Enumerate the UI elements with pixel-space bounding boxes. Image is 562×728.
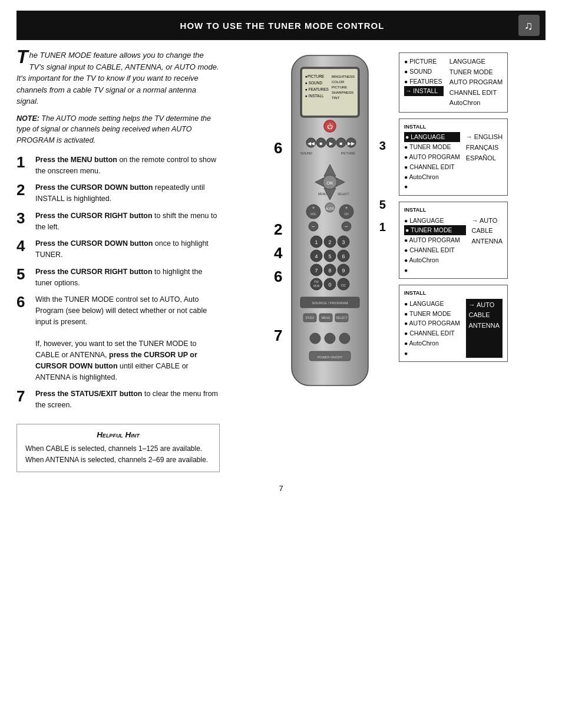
- menu-box-3-right: → AUTO CABLE ANTENNA: [466, 216, 503, 275]
- step-content-3: Press the CURSOR RIGHT button to shift t…: [35, 210, 220, 233]
- menu-box-1: ● PICTURE ● SOUND ● FEATURES → INSTALL L…: [399, 52, 508, 113]
- mb2-autochron: ● AutoChron: [404, 172, 460, 182]
- mb3-right-cable: CABLE: [472, 226, 503, 236]
- svg-text:■: ■: [319, 141, 322, 146]
- menu-item-picture: ● PICTURE: [404, 57, 444, 67]
- menu-item-sound: ● SOUND: [404, 67, 444, 77]
- mb4-auto: ● AUTO PROGRAM: [404, 318, 466, 328]
- svg-text:AUTO: AUTO: [325, 207, 335, 210]
- svg-text:VCR: VCR: [313, 284, 320, 288]
- menu-box-1-left: ● PICTURE ● SOUND ● FEATURES → INSTALL: [404, 57, 444, 108]
- step-number-4: 4: [16, 238, 29, 253]
- mb3-right-antenna: ANTENNA: [472, 236, 503, 247]
- right-autochron: AutoChron: [449, 98, 503, 108]
- menu-box-4-left: ● LANGUAGE ● TUNER MODE ● AUTO PROGRAM ●…: [404, 299, 466, 358]
- mb3-language: ● LANGUAGE: [404, 216, 466, 226]
- mb3-right-auto: → AUTO: [472, 216, 503, 226]
- step-content-5: Press the CURSOR RIGHT button to highlig…: [35, 266, 220, 289]
- mb4-tuner: ● TUNER MODE: [404, 309, 466, 319]
- svg-text:2: 2: [328, 239, 331, 245]
- svg-text:● FEATURES: ● FEATURES: [305, 87, 329, 91]
- step-2: 2 Press the CURSOR DOWN button repeatedl…: [16, 182, 220, 205]
- remote-label-2: 2: [274, 220, 282, 239]
- step-1: 1 Press the MENU button on the remote co…: [16, 154, 220, 177]
- note-text: NOTE: The AUTO mode setting helps the TV…: [16, 113, 220, 146]
- svg-text:● SOUND: ● SOUND: [305, 81, 323, 85]
- svg-text:● INSTALL: ● INSTALL: [305, 94, 324, 98]
- menu-box-4: INSTALL ● LANGUAGE ● TUNER MODE ● AUTO P…: [399, 285, 508, 362]
- hint-line-2: When ANTENNA is selected, channels 2–69 …: [25, 454, 211, 466]
- remote-label-4: 4: [274, 244, 282, 262]
- menu-box-2: INSTALL ● LANGUAGE ● TUNER MODE ● AUTO P…: [399, 118, 508, 196]
- svg-text:OK: OK: [326, 180, 333, 186]
- menu-box-2-left: ● LANGUAGE ● TUNER MODE ● AUTO PROGRAM ●…: [404, 132, 460, 192]
- mb3-channel: ● CHANNEL EDIT: [404, 245, 466, 255]
- svg-text:5: 5: [328, 253, 331, 259]
- svg-text:MENU: MENU: [322, 316, 330, 319]
- remote-label-7: 7: [274, 327, 282, 345]
- menu-box-4-right: → AUTO CABLE ANTENNA: [466, 299, 503, 358]
- mb4-right-cable: CABLE: [469, 310, 500, 321]
- step-content-6: With the TUNER MODE control set to AUTO,…: [35, 294, 220, 383]
- right-column: 6 3 5 2 4 6 7 1: [230, 50, 546, 472]
- right-language: LANGUAGE: [449, 57, 503, 67]
- svg-text:TV/: TV/: [314, 280, 319, 284]
- menu-item-features: ● FEATURES: [404, 77, 444, 87]
- mb2-language: ● LANGUAGE: [404, 132, 460, 142]
- intro-text: T he TUNER MODE feature allows you to ch…: [16, 50, 220, 107]
- header-bar: How to Use the Tuner Mode Control ♫: [16, 11, 546, 40]
- step-4: 4 Press the CURSOR DOWN button once to h…: [16, 238, 220, 261]
- drop-cap: T: [16, 50, 28, 65]
- svg-text:■: ■: [339, 141, 342, 146]
- mb3-auto: ● AUTO PROGRAM: [404, 235, 466, 245]
- svg-text:7: 7: [315, 268, 318, 274]
- remote-label-5: 5: [379, 198, 386, 212]
- svg-point-80: [325, 333, 335, 344]
- step-content-2: Press the CURSOR DOWN button repeatedly …: [35, 182, 220, 205]
- step-3: 3 Press the CURSOR RIGHT button to shift…: [16, 210, 220, 233]
- remote-label-1: 1: [379, 220, 386, 234]
- svg-text:POWER ON/OFF: POWER ON/OFF: [317, 355, 343, 359]
- svg-text:SHARPNESS: SHARPNESS: [332, 91, 353, 94]
- remote-label-3: 3: [379, 139, 386, 153]
- svg-text:+: +: [312, 205, 315, 210]
- mb2-channel: ● CHANNEL EDIT: [404, 162, 460, 172]
- mb2-bullet: ●: [404, 182, 460, 192]
- svg-text:CH: CH: [344, 212, 349, 216]
- svg-text:SOURCE / PROGRAM: SOURCE / PROGRAM: [312, 301, 348, 305]
- svg-text:PICTURE: PICTURE: [341, 151, 355, 155]
- svg-text:3: 3: [342, 239, 345, 245]
- svg-point-81: [339, 333, 350, 344]
- menu-boxes-stack: ● PICTURE ● SOUND ● FEATURES → INSTALL L…: [399, 52, 508, 362]
- svg-text:SELECT: SELECT: [338, 192, 349, 196]
- step-number-1: 1: [16, 154, 29, 170]
- step-number-3: 3: [16, 210, 29, 226]
- header-icon: ♫: [518, 15, 540, 36]
- svg-text:+: +: [345, 205, 348, 210]
- svg-text:▶: ▶: [329, 141, 333, 146]
- svg-text:PICTURE: PICTURE: [332, 85, 347, 89]
- right-channel: CHANNEL EDIT: [449, 88, 503, 98]
- svg-text:1: 1: [315, 239, 318, 245]
- svg-text:TINT: TINT: [332, 96, 340, 100]
- step-content-7: Press the STATUS/EXIT button to clear th…: [35, 388, 220, 411]
- svg-text:●PICTURE: ●PICTURE: [305, 74, 325, 78]
- svg-text:CC: CC: [341, 284, 346, 287]
- svg-text:4: 4: [315, 253, 318, 259]
- step-7: 7 Press the STATUS/EXIT button to clear …: [16, 388, 220, 411]
- step-number-7: 7: [16, 388, 29, 404]
- page-number: 7: [16, 484, 546, 493]
- svg-text:VOL: VOL: [310, 212, 316, 216]
- svg-text:SOUND: SOUND: [300, 151, 312, 155]
- main-content: T he TUNER MODE feature allows you to ch…: [16, 50, 546, 472]
- left-column: T he TUNER MODE feature allows you to ch…: [16, 50, 220, 472]
- right-tuner: TUNER MODE: [449, 67, 503, 78]
- svg-text:9: 9: [342, 268, 345, 274]
- svg-point-79: [310, 333, 320, 344]
- mb4-autochron: ● AutoChron: [404, 338, 466, 348]
- step-6: 6 With the TUNER MODE control set to AUT…: [16, 294, 220, 383]
- svg-text:COLOR: COLOR: [332, 80, 345, 84]
- right-auto: AUTO PROGRAM: [449, 77, 503, 88]
- svg-text:MENU: MENU: [318, 192, 327, 196]
- menu-box-3-left: ● LANGUAGE ● TUNER MODE ● AUTO PROGRAM ●…: [404, 216, 466, 275]
